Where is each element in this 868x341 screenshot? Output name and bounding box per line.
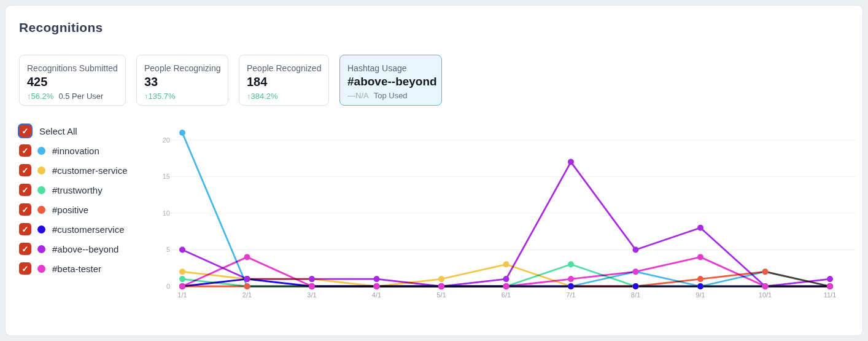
series-color-dot [37,186,45,194]
svg-text:0: 0 [166,283,170,290]
card-hashtag-usage[interactable]: Hashtag Usage #above--beyond —N/ATop Use… [339,55,442,106]
svg-text:10/1: 10/1 [759,291,772,299]
check-icon: ✓ [22,205,29,214]
series-color-dot [37,206,45,214]
svg-text:2/1: 2/1 [242,291,252,299]
delta-badge: ↑135.7% [144,92,176,101]
legend-item-above-beyond: ✓ #above--beyond [19,239,128,259]
legend-item-beta-tester: ✓ #beta-tester [19,259,128,278]
card-label: People Recognized [247,63,321,73]
svg-text:15: 15 [163,173,170,180]
card-extra: Top Used [374,91,408,100]
svg-text:5: 5 [166,246,170,253]
series-color-dot [37,265,45,273]
card-value: 33 [144,75,220,89]
legend-item-label: #customer-service [52,165,128,176]
legend-item-select-all: ✓ Select All [19,121,128,141]
series-color-dot [37,225,45,233]
delta-badge: ↑384.2% [247,92,278,101]
legend-item-innovation: ✓ #innovation [19,141,128,160]
svg-text:5/1: 5/1 [436,291,446,299]
series-color-dot [37,167,45,174]
beta-tester-checkbox[interactable]: ✓ [19,262,31,275]
legend-item-label: #beta-tester [52,264,101,274]
check-icon: ✓ [22,225,29,234]
card-value: 184 [247,75,321,89]
legend-item-label: #customerservice [52,224,125,235]
customerservice-checkbox[interactable]: ✓ [19,223,31,235]
page-title: Recognitions [19,20,103,35]
check-icon: ✓ [22,245,29,254]
svg-text:8/1: 8/1 [631,291,640,299]
card-people-recognizing[interactable]: People Recognizing 33 ↑135.7% [136,55,228,106]
legend-item-label: #positive [52,205,88,215]
svg-text:3/1: 3/1 [307,291,316,299]
legend-item-label: #trustworthy [52,185,103,195]
hashtag-usage-chart[interactable]: 051015201/12/13/14/15/16/17/18/19/110/11… [153,123,859,305]
series-color-dot [37,147,45,155]
delta-badge: —N/A [347,91,369,100]
legend-item-customer-service: ✓ #customer-service [19,160,128,180]
legend-item-label: #above--beyond [52,244,118,254]
legend-item-customerservice: ✓ #customerservice [19,219,128,239]
legend-item-label: #innovation [52,146,99,156]
card-value: 425 [27,75,118,89]
svg-text:10: 10 [163,210,170,217]
card-extra: 0.5 Per User [58,92,103,101]
hashtag-legend: ✓ Select All ✓ #innovation ✓ #customer-s… [19,121,128,278]
above-beyond-checkbox[interactable]: ✓ [19,243,31,255]
recognitions-panel: Recognitions Recognitions Submitted 425 … [5,5,863,336]
series-color-dot [37,245,45,253]
check-icon: ✓ [22,264,29,273]
card-recognitions-submitted[interactable]: Recognitions Submitted 425 ↑56.2%0.5 Per… [19,55,126,106]
card-label: Hashtag Usage [347,63,434,73]
card-label: Recognitions Submitted [27,63,118,73]
select-all-checkbox[interactable]: ✓ [19,125,31,137]
check-icon: ✓ [22,127,29,136]
svg-text:6/1: 6/1 [502,291,511,299]
customer-service-checkbox[interactable]: ✓ [19,164,31,176]
delta-badge: ↑56.2% [27,92,53,101]
check-icon: ✓ [22,166,29,175]
svg-text:20: 20 [163,136,170,144]
check-icon: ✓ [22,186,29,195]
check-icon: ✓ [22,146,29,155]
svg-text:7/1: 7/1 [566,291,575,299]
svg-text:1/1: 1/1 [177,291,187,299]
svg-text:11/1: 11/1 [824,291,837,299]
card-label: People Recognizing [144,63,220,73]
positive-checkbox[interactable]: ✓ [19,203,31,216]
stat-cards: Recognitions Submitted 425 ↑56.2%0.5 Per… [19,55,442,106]
svg-text:9/1: 9/1 [696,291,705,299]
svg-text:4/1: 4/1 [372,291,381,299]
legend-item-label: Select All [39,126,77,136]
trustworthy-checkbox[interactable]: ✓ [19,184,31,196]
innovation-checkbox[interactable]: ✓ [19,144,31,157]
legend-item-trustworthy: ✓ #trustworthy [19,180,128,200]
legend-item-positive: ✓ #positive [19,200,128,219]
card-people-recognized[interactable]: People Recognized 184 ↑384.2% [239,55,329,106]
card-value: #above--beyond [347,75,434,88]
